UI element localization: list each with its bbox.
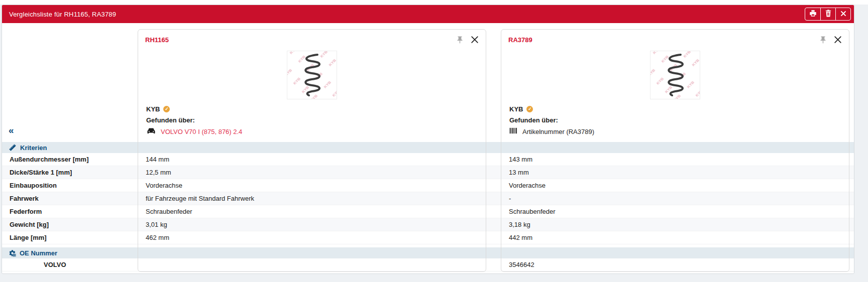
article-number-link[interactable]: RH1165: [145, 36, 169, 44]
article-image: [650, 51, 700, 99]
close-comparison-button[interactable]: [835, 8, 850, 20]
print-button[interactable]: [805, 8, 820, 20]
row-label: Außendurchmesser [mm]: [2, 156, 138, 163]
vehicle-link[interactable]: VOLVO V70 I (875, 876) 2.4: [161, 128, 242, 135]
verified-badge-icon: [526, 106, 533, 112]
section-title: OE Nummer: [20, 249, 57, 257]
header-action-group: [805, 8, 851, 21]
article-card-rh1165: RH1165 KYB: [138, 29, 486, 272]
row-label: VOLVO: [2, 261, 138, 268]
verified-badge-icon: [163, 106, 170, 112]
card-info: KYB Gefunden über: VOLVO V70 I (875, 876…: [138, 104, 486, 136]
row-label: Fahrwerk: [2, 195, 138, 202]
found-via-label: Gefunden über:: [146, 115, 478, 125]
comparison-panel: Vergleichsliste für RH1165, RA3789 «: [2, 5, 854, 274]
card-info: KYB Gefunden über: Artikelnummer (RA3789…: [501, 104, 849, 135]
row-label: Federform: [2, 208, 138, 215]
car-icon: [146, 127, 156, 136]
trash-icon: [825, 10, 832, 19]
barcode-icon: [509, 127, 518, 135]
collapse-labels-icon[interactable]: «: [9, 125, 14, 135]
ruler-icon: [9, 144, 17, 152]
article-image: KYB: [287, 51, 337, 99]
delete-comparison-button[interactable]: [820, 8, 835, 20]
article-number-link[interactable]: RA3789: [508, 36, 532, 44]
brand-name: KYB: [509, 105, 523, 113]
card-header: RH1165: [138, 30, 486, 45]
remove-from-comparison-icon[interactable]: [470, 35, 480, 45]
section-title: Kriterien: [20, 144, 47, 152]
pin-icon[interactable]: [456, 36, 464, 44]
comparison-header-bar: Vergleichsliste für RH1165, RA3789: [2, 5, 854, 23]
found-via-label: Gefunden über:: [509, 115, 841, 125]
row-label: Einbauposition: [2, 182, 138, 189]
card-header: RA3789: [501, 30, 849, 45]
comparison-content: « Kriterien Außendurchmesser [mm] 144 mm…: [2, 23, 854, 273]
gear-icon: [9, 249, 16, 257]
brand-name: KYB: [146, 105, 160, 113]
row-label: Dicke/Stärke 1 [mm]: [2, 169, 138, 176]
page-title: Vergleichsliste für RH1165, RA3789: [9, 11, 116, 18]
pin-icon[interactable]: [819, 36, 827, 44]
row-label: Länge [mm]: [2, 234, 138, 241]
printer-icon: [809, 10, 817, 19]
page-background-strip: [0, 0, 868, 5]
close-icon: [840, 11, 846, 18]
remove-from-comparison-icon[interactable]: [833, 35, 843, 45]
article-card-ra3789: RA3789 KYB: [501, 29, 849, 272]
row-label: Gewicht [kg]: [2, 221, 138, 228]
article-number-source-text: Artikelnummer (RA3789): [522, 128, 594, 135]
